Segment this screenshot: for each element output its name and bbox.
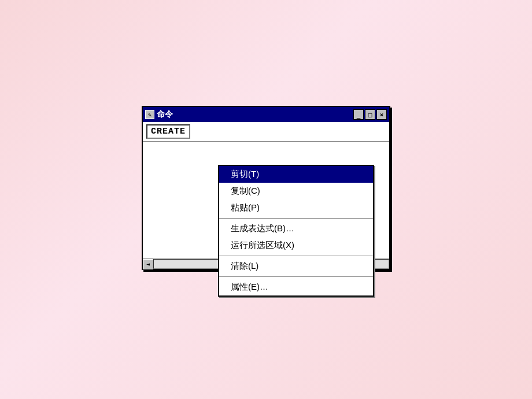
- window-title: 命令: [157, 109, 173, 120]
- menu-item-clear[interactable]: 清除(L): [219, 258, 373, 275]
- menu-item-generate-expr[interactable]: 生成表达式(B)…: [219, 220, 373, 237]
- page-container: ✎ 命令 _ □ × CREATE 剪切(T) 复制(C) 粘贴(P) 生成表达…: [142, 106, 390, 293]
- main-area: 剪切(T) 复制(C) 粘贴(P) 生成表达式(B)… 运行所选区域(X) 清除…: [143, 142, 389, 269]
- title-buttons: _ □ ×: [353, 109, 387, 120]
- window: ✎ 命令 _ □ × CREATE 剪切(T) 复制(C) 粘贴(P) 生成表达…: [142, 106, 390, 270]
- left-arrow-icon: ◄: [146, 261, 150, 267]
- menu-item-properties[interactable]: 属性(E)…: [219, 279, 373, 295]
- create-input[interactable]: CREATE: [146, 124, 190, 139]
- window-icon: ✎: [145, 110, 154, 119]
- title-bar: ✎ 命令 _ □ ×: [143, 107, 389, 122]
- close-button[interactable]: ×: [376, 109, 387, 120]
- separator-1: [219, 218, 373, 219]
- separator-2: [219, 256, 373, 256]
- separator-3: [219, 276, 373, 277]
- menu-item-run-selection[interactable]: 运行所选区域(X): [219, 237, 373, 254]
- minimize-button[interactable]: _: [353, 109, 364, 120]
- context-menu: 剪切(T) 复制(C) 粘贴(P) 生成表达式(B)… 运行所选区域(X) 清除…: [218, 165, 374, 297]
- menu-item-cut[interactable]: 剪切(T): [219, 166, 373, 183]
- maximize-button[interactable]: □: [365, 109, 375, 120]
- scroll-left-button[interactable]: ◄: [143, 259, 153, 269]
- menu-item-copy[interactable]: 复制(C): [219, 183, 373, 200]
- title-bar-left: ✎ 命令: [145, 109, 173, 120]
- toolbar: CREATE: [143, 122, 389, 142]
- menu-item-paste[interactable]: 粘贴(P): [219, 200, 373, 216]
